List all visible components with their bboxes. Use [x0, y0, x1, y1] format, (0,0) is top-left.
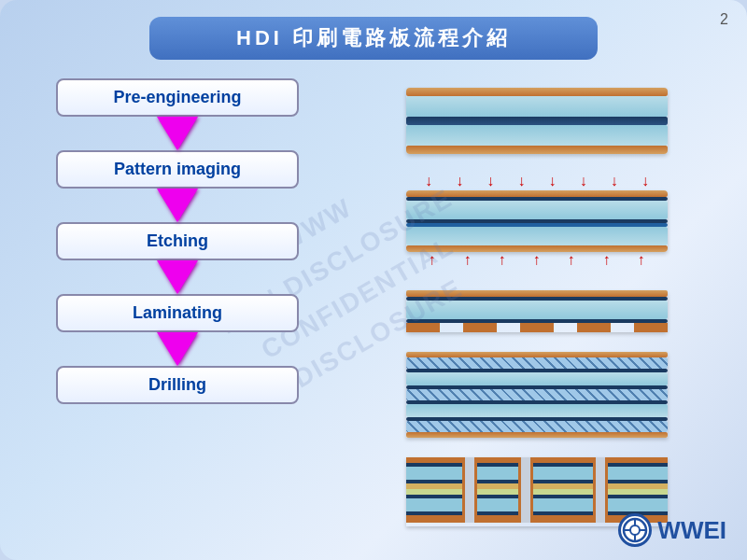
svg-rect-13	[462, 457, 465, 523]
step-pattern-imaging: Pattern imaging	[56, 150, 299, 189]
diagram-pre-engineering	[402, 88, 672, 154]
arrow-1	[56, 117, 299, 150]
page-number: 2	[720, 11, 728, 28]
svg-rect-0	[406, 457, 668, 463]
diagram-laminating	[402, 352, 672, 438]
svg-rect-14	[474, 457, 477, 523]
svg-rect-18	[605, 457, 608, 523]
step-pre-engineering: Pre-engineering	[56, 78, 299, 117]
arrow-2	[56, 189, 299, 222]
red-arrow-up-icon: ↓	[603, 254, 611, 269]
svg-rect-16	[530, 457, 533, 523]
svg-rect-15	[518, 457, 521, 523]
diagram-etching	[402, 290, 672, 332]
diagram-pattern-imaging: ↓ ↓ ↓ ↓ ↓ ↓ ↓ ↓	[402, 174, 672, 272]
svg-rect-7	[406, 498, 668, 511]
red-arrow-icon: ↓	[456, 174, 463, 189]
logo-area: WWEI	[618, 513, 726, 547]
red-arrow-icon: ↓	[611, 174, 618, 189]
arrow-3	[56, 260, 299, 294]
red-arrow-up-icon: ↓	[533, 254, 541, 269]
svg-rect-2	[406, 467, 668, 480]
svg-point-20	[630, 525, 640, 535]
main-content: Pre-engineering Pattern imaging Etching …	[9, 69, 738, 545]
title-text: HDI 印刷電路板流程介紹	[236, 26, 511, 49]
svg-rect-17	[593, 457, 596, 523]
red-arrow-icon: ↓	[641, 174, 649, 189]
slide: HDI 印刷電路板流程介紹 2 WWWNON DISCLOSURECONFIDE…	[0, 0, 747, 560]
logo-text: WWEI	[657, 516, 726, 545]
red-arrow-up-icon: ↓	[568, 254, 575, 269]
svg-rect-4	[406, 483, 668, 489]
diagrams: ↓ ↓ ↓ ↓ ↓ ↓ ↓ ↓	[345, 69, 719, 545]
svg-rect-6	[406, 495, 668, 498]
process-steps: Pre-engineering Pattern imaging Etching …	[28, 69, 345, 545]
red-arrow-icon: ↓	[486, 174, 494, 189]
arrow-4	[56, 332, 299, 366]
red-arrow-icon: ↓	[425, 174, 432, 189]
step-etching: Etching	[56, 222, 299, 260]
svg-rect-5	[406, 489, 668, 495]
red-arrow-icon: ↓	[517, 174, 525, 189]
svg-rect-3	[406, 480, 668, 483]
red-arrow-icon: ↓	[580, 174, 587, 189]
step-drilling: Drilling	[56, 366, 299, 404]
red-arrow-up-icon: ↓	[429, 254, 436, 269]
red-arrow-up-icon: ↓	[638, 254, 645, 269]
svg-rect-1	[406, 463, 668, 467]
red-arrow-icon: ↓	[549, 174, 557, 189]
logo-circle	[618, 513, 652, 547]
red-arrow-up-icon: ↓	[464, 254, 472, 269]
red-arrow-up-icon: ↓	[499, 254, 506, 269]
step-laminating: Laminating	[56, 294, 299, 332]
title-bar: HDI 印刷電路板流程介紹	[149, 17, 598, 60]
logo-icon	[622, 517, 648, 543]
